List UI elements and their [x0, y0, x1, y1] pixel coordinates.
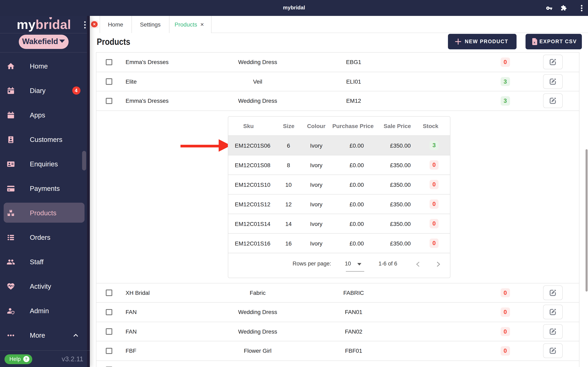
- svg-text:x: x: [534, 40, 536, 44]
